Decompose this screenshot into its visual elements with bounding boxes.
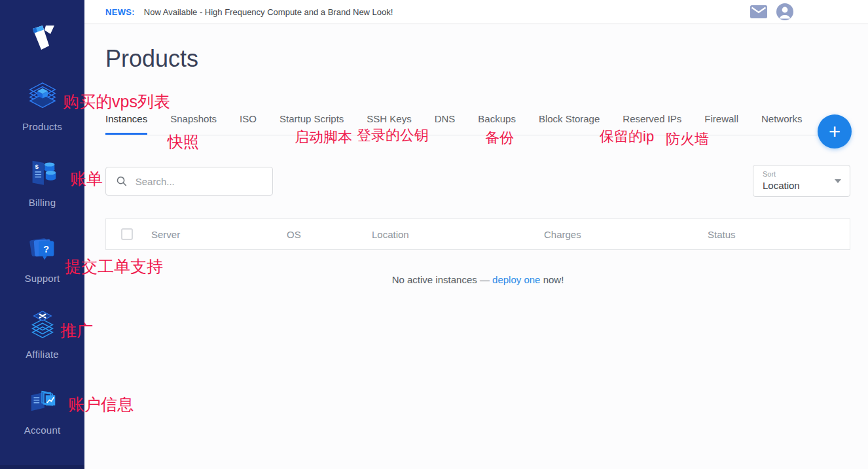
billing-invoice-coins-icon: $ [26, 156, 60, 190]
select-all-checkbox[interactable] [121, 228, 133, 240]
tabs-row: Instances Snapshots ISO Startup Scripts … [105, 101, 850, 135]
sidebar-item-account[interactable]: Account [0, 383, 84, 459]
empty-state-text: No active instances — [392, 274, 492, 285]
tab-backups[interactable]: Backups [478, 101, 516, 135]
sort-value: Location [763, 180, 841, 191]
tab-iso[interactable]: ISO [240, 101, 257, 135]
sidebar-item-affiliate[interactable]: Affiliate [0, 307, 84, 383]
sidebar-item-label: Billing [29, 197, 56, 208]
svg-text:?: ? [43, 244, 49, 254]
sidebar-item-support[interactable]: ? Support [0, 232, 84, 307]
main-area: NEWS: Now Available - High Frequency Com… [84, 0, 868, 469]
empty-state: No active instances — deploy one now! [105, 274, 850, 285]
col-status: Status [708, 229, 850, 240]
tab-ssh-keys[interactable]: SSH Keys [367, 101, 411, 135]
col-charges: Charges [544, 229, 708, 240]
deploy-one-link[interactable]: deploy one [492, 274, 540, 285]
sidebar-item-label: Products [22, 121, 62, 132]
sidebar: Products $ Billing [0, 0, 84, 469]
affiliate-layers-icon [26, 307, 60, 341]
sidebar-item-label: Affiliate [26, 349, 59, 360]
tab-firewall[interactable]: Firewall [704, 101, 738, 135]
news-bar: NEWS: Now Available - High Frequency Com… [84, 0, 868, 24]
sidebar-item-label: Account [24, 425, 61, 436]
search-box [105, 167, 273, 196]
sidebar-item-label: Support [25, 273, 60, 284]
sort-dropdown[interactable]: Sort Location [753, 165, 850, 197]
plus-icon: + [829, 122, 841, 142]
tab-reserved-ips[interactable]: Reserved IPs [623, 101, 681, 135]
products-stack-icon [26, 80, 60, 114]
tab-networks[interactable]: Networks [761, 101, 803, 135]
content: Products Instances Snapshots ISO Startup… [84, 44, 868, 285]
col-checkbox [106, 228, 151, 240]
page-title: Products [105, 44, 850, 74]
empty-state-suffix: now! [540, 274, 564, 285]
svg-text:$: $ [35, 163, 39, 170]
instances-table-header: Server OS Location Charges Status [105, 218, 850, 250]
tab-instances[interactable]: Instances [105, 101, 147, 135]
sidebar-item-billing[interactable]: $ Billing [0, 156, 84, 232]
toolbar: Sort Location [105, 167, 850, 197]
chevron-down-icon [835, 179, 841, 183]
col-server: Server [151, 229, 287, 240]
vultr-logo-icon [25, 18, 59, 52]
support-chat-question-icon: ? [26, 232, 60, 266]
news-message: Now Available - High Frequency Compute a… [144, 7, 393, 17]
sort-label: Sort [763, 170, 841, 178]
account-avatar-icon[interactable] [776, 3, 793, 20]
sidebar-nav: Products $ Billing [0, 80, 84, 459]
mail-icon[interactable] [750, 5, 767, 18]
col-location: Location [372, 229, 544, 240]
tab-dns[interactable]: DNS [435, 101, 456, 135]
account-documents-chart-icon [26, 383, 60, 417]
sidebar-item-products[interactable]: Products [0, 80, 84, 156]
tab-snapshots[interactable]: Snapshots [170, 101, 217, 135]
col-os: OS [287, 229, 372, 240]
deploy-new-instance-button[interactable]: + [818, 114, 852, 148]
news-label: NEWS: [105, 7, 135, 17]
tab-block-storage[interactable]: Block Storage [539, 101, 600, 135]
search-input[interactable] [136, 176, 264, 187]
vultr-logo[interactable] [25, 18, 59, 52]
tab-startup-scripts[interactable]: Startup Scripts [280, 101, 344, 135]
search-icon [117, 175, 127, 187]
